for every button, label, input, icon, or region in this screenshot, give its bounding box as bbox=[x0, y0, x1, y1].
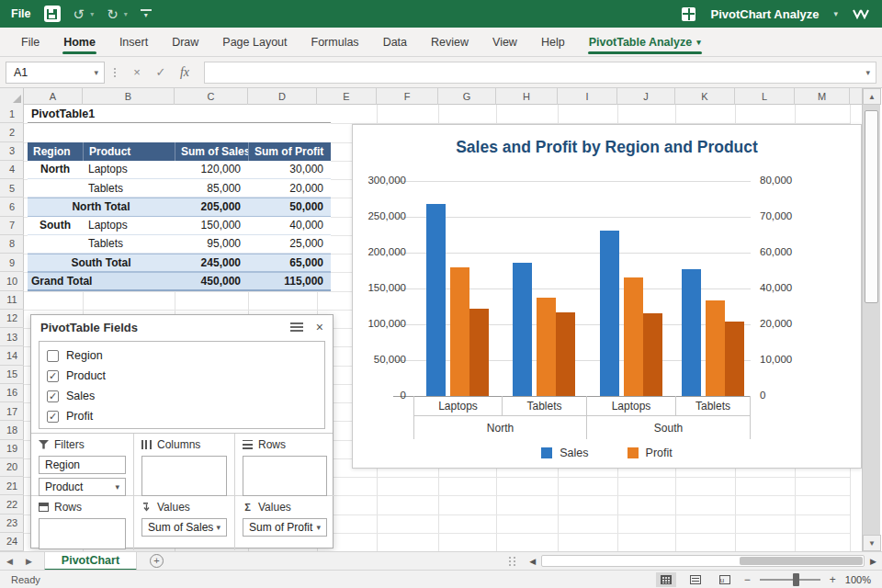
checkbox-unchecked[interactable] bbox=[47, 350, 59, 362]
checkbox-checked[interactable]: ✓ bbox=[47, 390, 59, 402]
pivot-cell[interactable]: North bbox=[28, 161, 83, 178]
enter-icon[interactable]: ✓ bbox=[149, 65, 173, 79]
pivot-header-cell[interactable]: Sum of Sales bbox=[175, 142, 248, 161]
pivot-cell[interactable]: Laptops bbox=[83, 217, 175, 234]
ribbon-tab-insert[interactable]: Insert bbox=[107, 28, 160, 56]
pivot-cell[interactable]: 40,000 bbox=[248, 217, 331, 234]
undo-caret-icon[interactable]: ▾ bbox=[90, 10, 94, 18]
undo-button[interactable]: ↺ bbox=[74, 7, 85, 21]
row-header-7[interactable]: 7 bbox=[0, 217, 24, 235]
pivot-table-row[interactable]: South Total245,00065,000 bbox=[28, 254, 331, 272]
sheet-tab-pivotchart[interactable]: PivotChart bbox=[44, 552, 137, 571]
normal-view-icon[interactable] bbox=[656, 572, 676, 587]
row-header-8[interactable]: 8 bbox=[0, 235, 24, 254]
row-header-18[interactable]: 18 bbox=[0, 421, 24, 439]
pivot-cell[interactable]: 50,000 bbox=[248, 198, 331, 215]
row-header-10[interactable]: 10 bbox=[0, 272, 24, 290]
column-header-H[interactable]: H bbox=[496, 88, 558, 105]
sheet-grid[interactable]: ABCDEFGHIJKLM 12345678910111213141516171… bbox=[0, 88, 882, 551]
pivot-header-cell[interactable]: Region bbox=[28, 142, 83, 161]
column-header-J[interactable]: J bbox=[617, 88, 675, 105]
pivot-cell[interactable]: 95,000 bbox=[175, 235, 248, 253]
drop-zone-rows[interactable]: Rows bbox=[31, 496, 134, 550]
pivot-cell[interactable] bbox=[28, 179, 83, 197]
pivot-cell[interactable]: North Total bbox=[28, 198, 175, 215]
pivot-cell[interactable]: 450,000 bbox=[175, 273, 248, 288]
row-header-14[interactable]: 14 bbox=[0, 346, 24, 365]
vertical-scrollbar-thumb[interactable] bbox=[865, 110, 878, 303]
double-chevron-icon[interactable] bbox=[853, 9, 869, 19]
field-pill-sum-of-sales[interactable]: Sum of Sales▾ bbox=[141, 518, 227, 537]
pivot-header-cell[interactable]: Product bbox=[83, 142, 175, 161]
fields-panel-menu-icon[interactable] bbox=[290, 322, 303, 332]
checkbox-checked[interactable]: ✓ bbox=[47, 411, 59, 423]
redo-caret-icon[interactable]: ▾ bbox=[124, 10, 128, 18]
sheet-nav-right-icon[interactable]: ▶ bbox=[19, 557, 39, 566]
pivot-header-cell[interactable]: Sum of Profit bbox=[248, 142, 331, 161]
select-all-corner[interactable] bbox=[0, 88, 24, 105]
row-header-24[interactable]: 24 bbox=[0, 533, 24, 551]
drop-zone-values[interactable]: ΣValuesSum of Profit▾ bbox=[235, 496, 334, 550]
pivot-cell[interactable]: 20,000 bbox=[248, 179, 331, 197]
page-break-view-icon[interactable]: u bbox=[715, 572, 735, 587]
ribbon-tab-formulas[interactable]: Formulas bbox=[300, 28, 371, 56]
ribbon-tab-draw[interactable]: Draw bbox=[160, 28, 210, 56]
insert-function-icon[interactable]: fx bbox=[173, 65, 197, 80]
vertical-scrollbar[interactable]: ▲ ▼ bbox=[862, 88, 880, 551]
pivot-table-row[interactable]: NorthLaptops120,00030,000 bbox=[28, 161, 331, 179]
pivot-cell[interactable]: Tablets bbox=[83, 235, 175, 253]
field-pill-region[interactable]: Region bbox=[39, 456, 126, 474]
field-item-sales[interactable]: ✓Sales bbox=[47, 386, 324, 406]
row-header-22[interactable]: 22 bbox=[0, 495, 24, 514]
pivot-cell[interactable]: 25,000 bbox=[248, 235, 331, 253]
ribbon-tab-page-layout[interactable]: Page Layout bbox=[210, 28, 299, 56]
field-item-product[interactable]: ✓Product bbox=[47, 366, 324, 386]
column-header-B[interactable]: B bbox=[83, 88, 175, 105]
save-button[interactable] bbox=[44, 6, 61, 22]
column-header-G[interactable]: G bbox=[438, 88, 496, 105]
close-icon[interactable]: × bbox=[316, 321, 323, 334]
ribbon-tab-pivottable-analyze[interactable]: PivotTable Analyze▾ bbox=[577, 28, 713, 56]
empty-drop-box[interactable] bbox=[141, 456, 227, 496]
pivot-table-row[interactable]: Tablets85,00020,000 bbox=[28, 179, 331, 198]
hscroll-left-icon[interactable]: ◀ bbox=[524, 557, 541, 566]
ribbon-tab-file[interactable]: File bbox=[9, 28, 51, 56]
column-header-D[interactable]: D bbox=[248, 88, 317, 105]
ribbon-tab-help[interactable]: Help bbox=[529, 28, 577, 56]
pivot-cell[interactable]: 120,000 bbox=[175, 161, 248, 178]
pivot-table-row[interactable]: Grand Total450,000115,000 bbox=[28, 272, 331, 290]
drop-zone-values[interactable]: ValuesSum of Sales▾ bbox=[134, 496, 235, 550]
pivot-table-row[interactable]: Tablets95,00025,000 bbox=[28, 235, 331, 254]
zoom-out-icon[interactable]: − bbox=[744, 573, 751, 586]
window-title-caret-icon[interactable]: ▾ bbox=[833, 9, 838, 18]
redo-button[interactable]: ↻ bbox=[107, 7, 119, 21]
row-header-19[interactable]: 19 bbox=[0, 440, 24, 458]
ribbon-tab-home[interactable]: Home bbox=[51, 28, 107, 56]
pivot-cell[interactable] bbox=[28, 235, 83, 253]
scroll-up-icon[interactable]: ▲ bbox=[863, 88, 881, 105]
zoom-slider[interactable] bbox=[760, 579, 820, 581]
formula-expand-caret-icon[interactable]: ▾ bbox=[865, 68, 870, 77]
row-header-6[interactable]: 6 bbox=[0, 198, 24, 216]
chevron-down-icon[interactable]: ▾ bbox=[216, 523, 220, 532]
chevron-down-icon[interactable]: ▾ bbox=[115, 482, 119, 492]
pivot-cell[interactable]: 150,000 bbox=[175, 217, 248, 234]
drop-zone-rows[interactable]: Rows bbox=[235, 434, 334, 496]
formula-input[interactable]: ▾ bbox=[204, 62, 876, 84]
pivot-cell[interactable]: Grand Total bbox=[28, 273, 175, 288]
column-header-F[interactable]: F bbox=[377, 88, 438, 105]
column-header-M[interactable]: M bbox=[795, 88, 850, 105]
zoom-slider-handle[interactable] bbox=[793, 573, 799, 586]
field-pill-product[interactable]: Product▾ bbox=[39, 478, 126, 496]
field-item-profit[interactable]: ✓Profit bbox=[47, 406, 324, 426]
row-header-17[interactable]: 17 bbox=[0, 402, 24, 421]
pivot-cell[interactable]: Tablets bbox=[83, 179, 175, 197]
checkbox-checked[interactable]: ✓ bbox=[47, 370, 59, 382]
row-header-11[interactable]: 11 bbox=[0, 291, 24, 310]
pivot-cell[interactable]: 30,000 bbox=[248, 161, 331, 178]
name-box-caret-icon[interactable]: ▾ bbox=[94, 68, 98, 77]
row-header-15[interactable]: 15 bbox=[0, 366, 24, 384]
column-header-A[interactable]: A bbox=[24, 88, 83, 105]
zoom-in-icon[interactable]: + bbox=[830, 573, 836, 586]
sheet-nav-left-icon[interactable]: ◀ bbox=[0, 557, 19, 566]
